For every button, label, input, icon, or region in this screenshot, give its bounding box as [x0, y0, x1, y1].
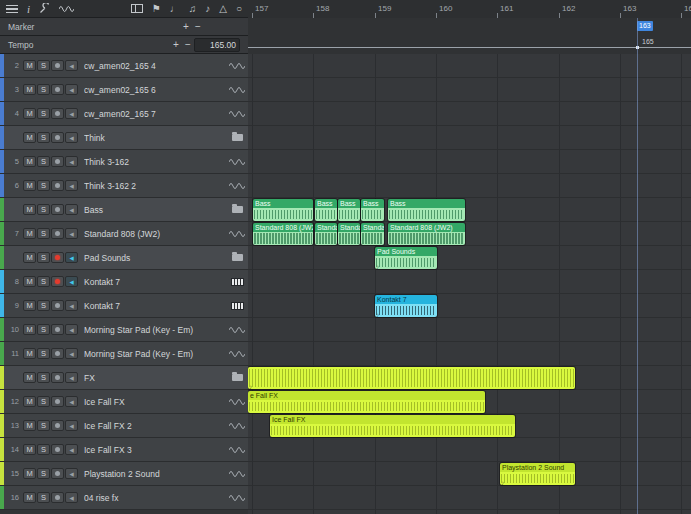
mute-button[interactable]: M: [23, 444, 36, 455]
monitor-button[interactable]: ◀: [65, 420, 78, 431]
record-arm-button[interactable]: [51, 252, 64, 263]
mute-button[interactable]: M: [23, 180, 36, 191]
mute-button[interactable]: M: [23, 492, 36, 503]
record-arm-button[interactable]: [51, 60, 64, 71]
record-arm-button[interactable]: [51, 132, 64, 143]
audio-clip[interactable]: Bass: [361, 199, 384, 221]
mute-button[interactable]: M: [23, 396, 36, 407]
mute-button[interactable]: M: [23, 348, 36, 359]
solo-button[interactable]: S: [37, 252, 50, 263]
monitor-button[interactable]: ◀: [65, 108, 78, 119]
audio-clip[interactable]: e Fall FX: [248, 391, 485, 413]
record-arm-button[interactable]: [51, 228, 64, 239]
folder-composite-clip[interactable]: ♪: [248, 367, 575, 389]
tempo-add-button[interactable]: +: [170, 39, 182, 51]
solo-button[interactable]: S: [37, 228, 50, 239]
solo-button[interactable]: S: [37, 84, 50, 95]
monitor-button[interactable]: ◀: [65, 348, 78, 359]
monitor-button[interactable]: ◀: [65, 324, 78, 335]
audio-clip[interactable]: Standar: [315, 223, 337, 245]
monitor-button[interactable]: ◀: [65, 492, 78, 503]
folder-track-row[interactable]: M S ◀ Pad Sounds: [0, 246, 248, 270]
record-arm-button[interactable]: [51, 84, 64, 95]
folder-track-row[interactable]: M S ◀ FX: [0, 366, 248, 390]
monitor-button[interactable]: ◀: [65, 60, 78, 71]
monitor-button[interactable]: ◀: [65, 372, 78, 383]
mute-button[interactable]: M: [23, 228, 36, 239]
tempo-value[interactable]: 165.00: [194, 38, 240, 52]
audio-clip[interactable]: Bass: [388, 199, 465, 221]
audio-clip[interactable]: Ice Fall FX: [270, 415, 515, 437]
solo-button[interactable]: S: [37, 300, 50, 311]
add-marker-button[interactable]: +: [180, 21, 192, 33]
audio-clip[interactable]: Standard: [361, 223, 384, 245]
monitor-button[interactable]: ◀: [65, 132, 78, 143]
mute-button[interactable]: M: [23, 276, 36, 287]
solo-button[interactable]: S: [37, 204, 50, 215]
mute-button[interactable]: M: [23, 60, 36, 71]
monitor-button[interactable]: ◀: [65, 444, 78, 455]
beamed-notes-icon[interactable]: ♫: [189, 4, 197, 14]
track-row[interactable]: 10 M S ◀ Morning Star Pad (Key - Em): [0, 318, 248, 342]
record-arm-button[interactable]: [51, 372, 64, 383]
track-row[interactable]: 12 M S ◀ Ice Fall FX: [0, 390, 248, 414]
info-icon[interactable]: i: [27, 4, 30, 14]
metronome-icon[interactable]: △: [219, 4, 227, 14]
layout-panels-icon[interactable]: [131, 4, 143, 13]
monitor-button[interactable]: ◀: [65, 204, 78, 215]
tempo-remove-button[interactable]: −: [182, 39, 194, 51]
sine-wave-icon[interactable]: [59, 4, 74, 14]
solo-button[interactable]: S: [37, 444, 50, 455]
solo-button[interactable]: S: [37, 60, 50, 71]
instrument-clip[interactable]: Pad Sounds ♪: [375, 247, 437, 269]
audio-clip[interactable]: Standa: [338, 223, 360, 245]
track-row[interactable]: 13 M S ◀ Ice Fall FX 2: [0, 414, 248, 438]
tempo-lane[interactable]: 165: [248, 36, 691, 55]
audio-clip[interactable]: Standard 808 (JW2): [388, 223, 465, 245]
record-arm-button[interactable]: [51, 108, 64, 119]
timeline-ruler[interactable]: 157 158 159 160 161 162 163 164: [248, 0, 691, 19]
track-row[interactable]: 4 M S ◀ cw_amen02_165 7: [0, 102, 248, 126]
audio-clip[interactable]: Bass: [315, 199, 337, 221]
record-arm-button[interactable]: [51, 444, 64, 455]
marker-lane[interactable]: 163: [248, 18, 691, 37]
monitor-button[interactable]: ◀: [65, 396, 78, 407]
record-arm-button[interactable]: [51, 348, 64, 359]
track-row[interactable]: 7 M S ◀ Standard 808 (JW2): [0, 222, 248, 246]
clock-icon[interactable]: ○: [236, 4, 242, 14]
track-row[interactable]: 2 M S ◀ cw_amen02_165 4: [0, 54, 248, 78]
wrench-tool-icon[interactable]: [39, 3, 50, 14]
mute-button[interactable]: M: [23, 132, 36, 143]
monitor-button[interactable]: ◀: [65, 156, 78, 167]
track-row[interactable]: 14 M S ◀ Ice Fall FX 3: [0, 438, 248, 462]
monitor-button[interactable]: ◀: [65, 252, 78, 263]
monitor-button[interactable]: ◀: [65, 468, 78, 479]
folder-track-row[interactable]: M S ◀ Think: [0, 126, 248, 150]
record-arm-button[interactable]: [51, 420, 64, 431]
solo-button[interactable]: S: [37, 276, 50, 287]
mute-button[interactable]: M: [23, 204, 36, 215]
solo-button[interactable]: S: [37, 420, 50, 431]
remove-marker-button[interactable]: −: [192, 21, 204, 33]
quarter-note-icon[interactable]: ♩: [170, 4, 180, 14]
track-row[interactable]: 3 M S ◀ cw_amen02_165 6: [0, 78, 248, 102]
mute-button[interactable]: M: [23, 84, 36, 95]
folder-track-row[interactable]: M S ◀ Bass: [0, 198, 248, 222]
track-row[interactable]: 15 M S ◀ Playstation 2 Sound: [0, 462, 248, 486]
marker-flag[interactable]: 163: [637, 21, 653, 31]
mute-button[interactable]: M: [23, 300, 36, 311]
audio-clip[interactable]: Bass: [338, 199, 360, 221]
mute-button[interactable]: M: [23, 372, 36, 383]
solo-button[interactable]: S: [37, 396, 50, 407]
mute-button[interactable]: M: [23, 252, 36, 263]
track-row[interactable]: 9 M S ◀ Kontakt 7: [0, 294, 248, 318]
record-arm-button[interactable]: [51, 324, 64, 335]
playhead-cursor[interactable]: [637, 18, 638, 514]
monitor-button[interactable]: ◀: [65, 276, 78, 287]
marker-flag-icon[interactable]: ⚑: [152, 4, 161, 14]
record-arm-button[interactable]: [51, 300, 64, 311]
audio-clip[interactable]: Bass: [253, 199, 313, 221]
menu-icon[interactable]: [6, 5, 18, 13]
record-arm-button[interactable]: [51, 492, 64, 503]
record-arm-button[interactable]: [51, 468, 64, 479]
